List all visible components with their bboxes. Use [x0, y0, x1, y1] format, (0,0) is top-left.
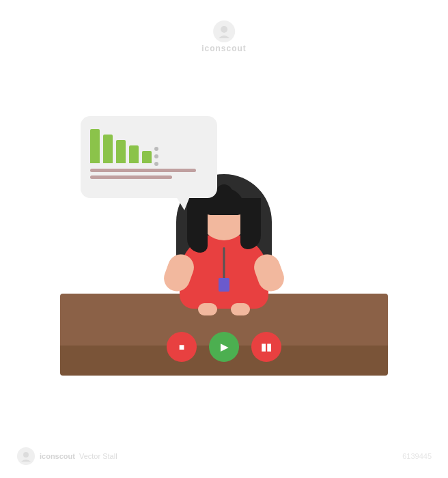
dot-1	[154, 147, 158, 151]
person-hands	[198, 303, 250, 315]
watermark-bottom-left: iconscout Vector Stall	[16, 447, 117, 466]
video-button[interactable]: ▶	[209, 332, 239, 362]
hair-right	[240, 198, 261, 249]
chart-line-2	[90, 175, 172, 179]
chart-dots	[154, 147, 158, 166]
hand-left	[198, 303, 217, 315]
chart-bars	[90, 126, 152, 163]
dot-2	[154, 154, 158, 158]
arm-right	[251, 251, 288, 295]
arm-left	[160, 251, 198, 295]
bar-1	[90, 129, 100, 163]
stop-button[interactable]: ■	[167, 332, 197, 362]
video-controls: ■ ▶ ▮▮	[167, 332, 281, 362]
svg-point-3	[23, 452, 29, 458]
chart-line-1	[90, 169, 196, 172]
watermark-bottom: iconscout Vector Stall 6139445	[0, 447, 448, 466]
main-scene: ■ ▶ ▮▮	[60, 61, 388, 417]
speech-bubble	[81, 116, 217, 198]
badge	[219, 278, 229, 292]
video-icon: ▶	[221, 341, 228, 352]
person-head	[199, 191, 249, 240]
stop-icon: ■	[179, 341, 184, 352]
bar-2	[103, 135, 113, 163]
svg-point-1	[221, 26, 227, 33]
bar-5	[142, 151, 152, 163]
iconscout-logo-bottom	[16, 447, 36, 466]
dot-3	[154, 162, 158, 166]
pause-icon: ▮▮	[261, 341, 272, 352]
watermark-top-text: iconscout	[201, 44, 247, 53]
iconscout-logo-top	[212, 19, 236, 44]
bar-4	[129, 145, 139, 163]
illustration-container: iconscout	[0, 0, 448, 478]
asset-id: 6139445	[402, 452, 432, 460]
pause-button[interactable]: ▮▮	[251, 332, 281, 362]
person	[180, 191, 268, 309]
watermark-bottom-brand: iconscout	[40, 452, 75, 460]
hair-left	[187, 198, 208, 253]
chart-lines	[90, 169, 208, 179]
watermark-bottom-tagline: Vector Stall	[79, 452, 117, 460]
lanyard	[223, 247, 225, 281]
bar-3	[116, 140, 126, 163]
hand-right	[231, 303, 250, 315]
watermark-top: iconscout	[201, 19, 247, 53]
